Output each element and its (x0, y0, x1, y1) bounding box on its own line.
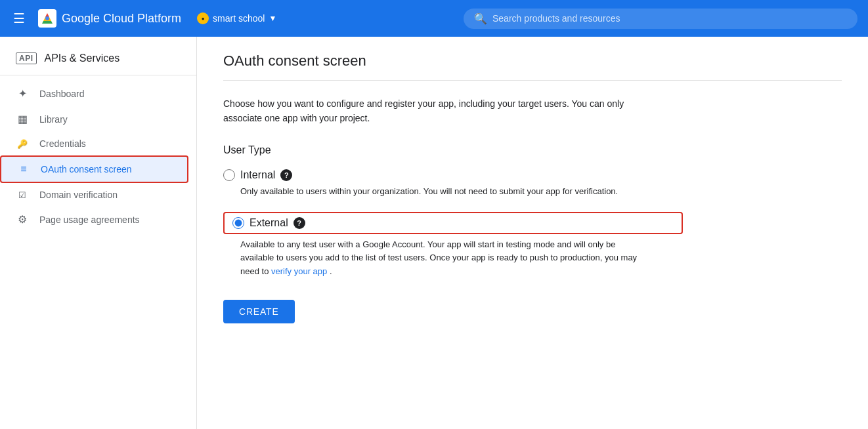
domain-icon: ☑ (16, 190, 29, 200)
hamburger-icon[interactable]: ☰ (11, 8, 28, 29)
brand-logo[interactable]: Google Cloud Platform (38, 9, 181, 28)
sidebar-item-page-usage[interactable]: ⚙ Page usage agreements (0, 207, 191, 232)
external-radio[interactable] (232, 217, 244, 229)
internal-option: Internal ? Only available to users withi… (223, 169, 683, 199)
api-badge: API (16, 52, 37, 64)
oauth-icon: ≡ (17, 163, 30, 175)
user-type-radio-group: Internal ? Only available to users withi… (223, 169, 683, 279)
page-usage-icon: ⚙ (16, 213, 29, 226)
app-layout: API APIs & Services ✦ Dashboard ▦ Librar… (0, 37, 868, 429)
credentials-icon: 🔑 (16, 139, 29, 149)
internal-description: Only available to users within your orga… (240, 185, 647, 199)
internal-label: Internal (240, 169, 275, 181)
external-label: External (250, 217, 288, 229)
internal-radio[interactable] (223, 169, 235, 181)
sidebar-item-credentials[interactable]: 🔑 Credentials (0, 132, 191, 155)
search-bar[interactable]: 🔍 (464, 9, 857, 29)
sidebar-item-library[interactable]: ▦ Library (0, 106, 191, 132)
sidebar-header-title: APIs & Services (45, 52, 120, 64)
create-button[interactable]: CREATE (223, 300, 295, 323)
project-chevron-icon: ▼ (269, 14, 276, 23)
sidebar-item-oauth[interactable]: ≡ OAuth consent screen (0, 155, 188, 183)
top-navbar: ☰ Google Cloud Platform ● smart school ▼… (0, 0, 868, 37)
sidebar-item-label: Library (39, 114, 68, 125)
page-title: OAuth consent screen (223, 52, 842, 81)
description-text: Choose how you want to configure and reg… (223, 96, 650, 126)
search-icon: 🔍 (474, 12, 487, 25)
sidebar-item-label: Dashboard (39, 89, 85, 99)
verify-app-link[interactable]: verify your app (271, 266, 327, 276)
sidebar-item-label: OAuth consent screen (41, 164, 132, 174)
project-name: smart school (213, 13, 265, 24)
sidebar-item-domain[interactable]: ☑ Domain verification (0, 183, 191, 207)
sidebar-item-label: Page usage agreements (39, 214, 140, 225)
user-type-heading: User Type (223, 144, 842, 156)
brand-title: Google Cloud Platform (62, 12, 181, 26)
sidebar: API APIs & Services ✦ Dashboard ▦ Librar… (0, 37, 197, 429)
external-help-icon[interactable]: ? (293, 217, 305, 229)
gcp-icon (38, 9, 56, 28)
library-icon: ▦ (16, 113, 29, 125)
dashboard-icon: ✦ (16, 87, 29, 100)
project-dot-icon: ● (197, 12, 209, 24)
external-option: External ? Available to any test user wi… (223, 212, 683, 279)
external-description: Available to any test user with a Google… (240, 238, 647, 279)
project-selector[interactable]: ● smart school ▼ (192, 10, 282, 27)
search-input[interactable] (492, 13, 847, 24)
sidebar-item-dashboard[interactable]: ✦ Dashboard (0, 81, 191, 106)
sidebar-item-label: Credentials (39, 138, 86, 149)
sidebar-header: API APIs & Services (0, 42, 196, 75)
internal-label-row: Internal ? (223, 169, 683, 181)
svg-point-0 (45, 16, 49, 20)
external-label-row: External ? (223, 212, 683, 234)
main-content: OAuth consent screen Choose how you want… (197, 37, 868, 429)
sidebar-item-label: Domain verification (39, 190, 118, 200)
internal-help-icon[interactable]: ? (280, 169, 292, 181)
